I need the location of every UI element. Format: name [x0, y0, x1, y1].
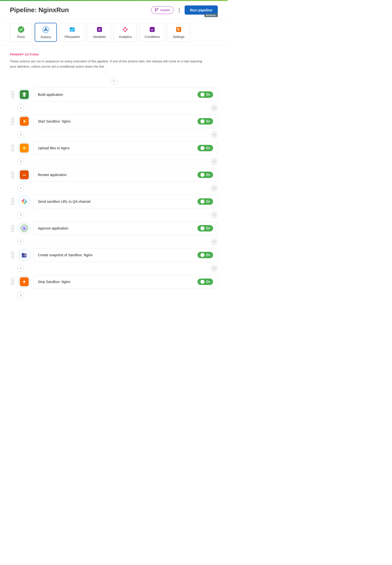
- between-row-5: +: [10, 210, 218, 220]
- start-sandbox-icon: [20, 117, 29, 126]
- runs-icon: [17, 26, 25, 33]
- settings-small-1[interactable]: [211, 104, 218, 111]
- add-action-after-6[interactable]: +: [17, 238, 24, 245]
- action-card-send-sandbox-url[interactable]: Send sandbox URL to QA channel On: [33, 195, 218, 208]
- action-icon-ring-create-snapshot: [18, 249, 31, 261]
- drag-handle-build-application[interactable]: [10, 90, 15, 99]
- add-action-after-5[interactable]: +: [17, 211, 24, 218]
- toggle-stop-sandbox[interactable]: On: [197, 279, 213, 285]
- add-action-top[interactable]: +: [110, 78, 117, 85]
- toggle-approve-application[interactable]: On: [197, 225, 213, 231]
- between-row-4: +: [10, 183, 218, 193]
- action-card-approve-application[interactable]: Approve application On: [33, 221, 218, 235]
- action-card-restart-application[interactable]: Restart application On: [33, 168, 218, 182]
- svg-rect-40: [22, 201, 24, 202]
- svg-rect-13: [70, 27, 72, 29]
- drag-handle-restart-application[interactable]: [10, 170, 15, 179]
- toggle-build-application[interactable]: On: [197, 91, 213, 98]
- drag-handle-upload-files[interactable]: [10, 144, 15, 153]
- svg-rect-26: [177, 29, 179, 30]
- action-name-approve-application: Approve application: [38, 226, 68, 230]
- action-card-start-sandbox[interactable]: Start Sandbox: Nginx On: [33, 114, 218, 128]
- settings-small-4[interactable]: [211, 185, 218, 192]
- content-area: PRIMARY ACTIONS These actions are run in…: [0, 46, 228, 308]
- svg-point-32: [214, 134, 215, 135]
- action-row-approve-application: Approve application On: [10, 220, 218, 237]
- svg-point-50: [22, 202, 23, 203]
- tab-filesystem[interactable]: Filesystem: [59, 23, 85, 42]
- settings-icon: [175, 26, 183, 33]
- toggle-upload-files[interactable]: On: [197, 145, 213, 151]
- tabs-bar: Runs Actions: [0, 19, 228, 46]
- add-action-bottom[interactable]: +: [17, 292, 24, 299]
- settings-small-3[interactable]: [211, 158, 218, 165]
- toggle-restart-application[interactable]: On: [197, 172, 213, 178]
- more-options-button[interactable]: [177, 7, 182, 13]
- add-action-after-1[interactable]: +: [17, 104, 24, 111]
- approve-application-icon: [20, 224, 29, 233]
- drag-handle-send-sandbox-url[interactable]: [10, 197, 15, 206]
- tab-actions[interactable]: Actions: [35, 23, 57, 42]
- between-row-8: +: [10, 290, 218, 300]
- settings-small-5[interactable]: [211, 211, 218, 218]
- action-wrapper-build-application: Build application On +: [10, 86, 218, 113]
- tab-settings[interactable]: Settings: [168, 23, 190, 42]
- action-row-send-sandbox-url: Send sandbox URL to QA channel On: [10, 193, 218, 210]
- drag-handle-start-sandbox[interactable]: [10, 117, 15, 126]
- branch-badge[interactable]: master: [151, 6, 174, 14]
- header: Pipeline: NginxRun master Run pipeline M…: [0, 1, 228, 19]
- tab-conditions[interactable]: IF Conditions: [139, 23, 165, 42]
- action-wrapper-restart-application: SSH Restart application On +: [10, 166, 218, 193]
- tab-filesystem-label: Filesystem: [65, 35, 80, 39]
- tab-variables-label: Variables: [93, 35, 106, 39]
- drag-handle-approve-application[interactable]: [10, 224, 15, 233]
- svg-point-56: [214, 241, 215, 242]
- svg-rect-64: [23, 281, 25, 282]
- action-card-stop-sandbox[interactable]: Stop Sandbox: Nginx On: [33, 275, 218, 289]
- variables-icon: S: [96, 26, 103, 33]
- add-action-after-7[interactable]: +: [17, 265, 24, 272]
- restart-application-icon: SSH: [20, 170, 29, 179]
- toggle-circle: [200, 93, 204, 97]
- action-card-build-application[interactable]: Build application On: [33, 88, 218, 102]
- actions-icon: [42, 26, 50, 34]
- svg-rect-43: [25, 202, 27, 203]
- tab-runs-label: Runs: [17, 35, 25, 39]
- run-pipeline-label: Run pipeline: [190, 8, 212, 12]
- run-pipeline-button[interactable]: Run pipeline MANUAL: [185, 5, 218, 15]
- toggle-send-sandbox-url[interactable]: On: [197, 198, 213, 205]
- add-action-after-3[interactable]: +: [17, 158, 24, 165]
- settings-small-7[interactable]: [211, 265, 218, 272]
- tab-runs[interactable]: Runs: [10, 23, 32, 42]
- action-wrapper-stop-sandbox: Stop Sandbox: Nginx On +: [10, 273, 218, 300]
- action-row-restart-application: SSH Restart application On: [10, 166, 218, 183]
- tab-analytics-label: Analytics: [119, 35, 132, 39]
- action-wrapper-send-sandbox-url: Send sandbox URL to QA channel On +: [10, 193, 218, 220]
- drag-handle-create-snapshot[interactable]: [10, 251, 15, 259]
- svg-point-0: [155, 8, 156, 9]
- action-row-stop-sandbox: Stop Sandbox: Nginx On: [10, 273, 218, 290]
- between-row-7: +: [10, 263, 218, 273]
- action-card-create-snapshot[interactable]: Create snapshot of Sandbox: Nginx On: [33, 248, 218, 262]
- svg-point-41: [22, 200, 23, 201]
- tab-variables[interactable]: S Variables: [88, 23, 111, 42]
- page-title: Pipeline: NginxRun: [10, 6, 69, 14]
- settings-small-2[interactable]: [211, 131, 218, 138]
- header-actions: master Run pipeline MANUAL: [151, 5, 218, 15]
- action-card-upload-files[interactable]: Upload files to Nginx On: [33, 141, 218, 155]
- add-action-after-4[interactable]: +: [17, 185, 24, 192]
- toggle-start-sandbox[interactable]: On: [197, 118, 213, 125]
- action-wrapper-create-snapshot: Create snapshot of Sandbox: Nginx On +: [10, 247, 218, 273]
- settings-small-6[interactable]: [211, 238, 218, 245]
- drag-handle-stop-sandbox[interactable]: [10, 277, 15, 286]
- title-prefix: Pipeline:: [10, 6, 39, 14]
- toggle-create-snapshot[interactable]: On: [197, 252, 213, 258]
- branch-label: master: [160, 8, 170, 12]
- tab-conditions-label: Conditions: [145, 35, 160, 39]
- svg-text:SSH: SSH: [23, 174, 26, 176]
- add-action-after-2[interactable]: +: [17, 131, 24, 138]
- create-snapshot-icon: [20, 251, 29, 259]
- tab-analytics[interactable]: Analytics: [114, 23, 137, 42]
- action-row-upload-files: Upload files to Nginx On: [10, 140, 218, 156]
- svg-rect-27: [177, 30, 180, 31]
